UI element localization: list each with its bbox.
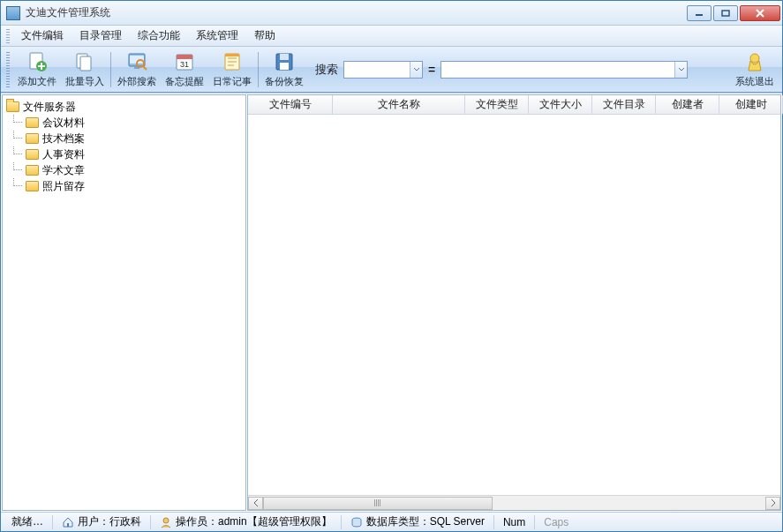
tree-node-label: 照片留存 <box>42 179 85 194</box>
backup-label: 备份恢复 <box>265 75 304 88</box>
folder-tree[interactable]: 文件服务器 会议材料技术档案人事资料学术文章照片留存 <box>2 94 246 511</box>
home-icon <box>62 516 74 528</box>
exit-label: 系统退出 <box>735 75 774 88</box>
search-field-dropdown[interactable] <box>343 61 423 79</box>
bulk-import-button[interactable]: 批量导入 <box>61 49 109 91</box>
scroll-right-button[interactable] <box>765 497 780 510</box>
status-db: 数据库类型：SQL Server <box>345 514 490 530</box>
add-file-label: 添加文件 <box>18 75 56 88</box>
tree-root-node[interactable]: 文件服务器 <box>4 99 244 115</box>
svg-rect-17 <box>280 63 289 70</box>
svg-rect-0 <box>696 14 703 16</box>
external-search-icon <box>125 50 148 73</box>
reminder-label: 备忘提醒 <box>165 75 204 88</box>
bulk-import-label: 批量导入 <box>65 75 104 88</box>
diary-button[interactable]: 日常记事 <box>208 49 256 91</box>
close-button[interactable] <box>740 5 780 21</box>
svg-rect-1 <box>722 11 729 16</box>
svg-rect-5 <box>80 56 91 71</box>
scroll-thumb[interactable] <box>263 497 493 510</box>
scroll-left-button[interactable] <box>248 497 263 510</box>
tree-node[interactable]: 人事资料 <box>4 146 244 162</box>
backup-button[interactable]: 备份恢复 <box>260 49 308 91</box>
menu-bar: 文件编辑目录管理综合功能系统管理帮助 <box>1 26 782 47</box>
column-header[interactable]: 文件名称 <box>333 95 465 114</box>
menu-grip <box>6 29 10 43</box>
toolbar: 添加文件 批量导入 外部搜索 31 备忘提醒 <box>1 47 782 93</box>
file-list: 文件编号文件名称文件类型文件大小文件目录创建者创建时 <box>247 94 781 511</box>
dropdown-arrow-icon <box>410 62 422 78</box>
column-header[interactable]: 创建者 <box>656 95 719 114</box>
external-search-button[interactable]: 外部搜索 <box>113 49 161 91</box>
add-file-icon <box>26 50 49 73</box>
svg-point-18 <box>750 54 759 63</box>
search-area: 搜索 = <box>315 61 688 79</box>
window-title: 文迪文件管理系统 <box>26 5 685 20</box>
minimize-icon <box>695 10 704 17</box>
search-value-input[interactable] <box>440 61 688 79</box>
tree-node-label: 学术文章 <box>42 163 85 178</box>
folder-icon <box>26 117 39 128</box>
reminder-icon: 31 <box>173 50 196 73</box>
folder-icon <box>26 133 39 144</box>
tree-node-label: 会议材料 <box>42 116 85 131</box>
folder-icon <box>26 165 39 176</box>
main-area: 文件服务器 会议材料技术档案人事资料学术文章照片留存 文件编号文件名称文件类型文… <box>1 93 782 512</box>
svg-rect-11 <box>177 55 192 59</box>
exit-icon <box>743 50 766 73</box>
status-ready: 就绪… <box>6 514 49 530</box>
app-icon <box>6 6 20 20</box>
svg-rect-19 <box>67 523 69 527</box>
menu-4[interactable]: 帮助 <box>246 26 283 46</box>
list-body[interactable] <box>248 115 780 495</box>
tree-node-label: 技术档案 <box>42 131 85 146</box>
search-label: 搜索 <box>315 62 338 78</box>
svg-text:31: 31 <box>180 60 189 69</box>
reminder-button[interactable]: 31 备忘提醒 <box>161 49 208 91</box>
horizontal-scrollbar[interactable] <box>248 495 780 510</box>
status-operator: 操作员：admin【超级管理权限】 <box>154 514 337 530</box>
column-header[interactable]: 创建时 <box>719 95 783 114</box>
column-header[interactable]: 文件编号 <box>248 95 333 114</box>
column-header[interactable]: 文件目录 <box>592 95 656 114</box>
minimize-button[interactable] <box>687 5 711 21</box>
add-file-button[interactable]: 添加文件 <box>13 49 61 91</box>
equals-label: = <box>428 63 435 77</box>
title-bar: 文迪文件管理系统 <box>1 1 782 26</box>
toolbar-separator <box>258 52 259 87</box>
tree-root-label: 文件服务器 <box>23 100 76 115</box>
dropdown-arrow-icon <box>674 62 687 78</box>
column-header[interactable]: 文件大小 <box>529 95 592 114</box>
status-user: 用户：行政科 <box>56 514 147 530</box>
folder-icon <box>26 181 39 191</box>
tree-node[interactable]: 学术文章 <box>4 162 244 178</box>
tree-node[interactable]: 会议材料 <box>4 115 244 131</box>
menu-2[interactable]: 综合功能 <box>130 26 188 46</box>
scroll-track[interactable] <box>263 497 765 510</box>
column-header[interactable]: 文件类型 <box>465 95 529 114</box>
external-search-label: 外部搜索 <box>117 75 156 88</box>
menu-0[interactable]: 文件编辑 <box>13 26 72 46</box>
tree-node[interactable]: 技术档案 <box>4 131 244 146</box>
menu-1[interactable]: 目录管理 <box>72 26 130 46</box>
tree-node-label: 人事资料 <box>42 147 85 162</box>
tree-node[interactable]: 照片留存 <box>4 178 244 194</box>
status-caps: Caps <box>538 514 574 530</box>
folder-open-icon <box>6 101 19 112</box>
toolbar-separator <box>110 52 111 87</box>
backup-icon <box>273 50 296 73</box>
database-icon <box>350 516 363 528</box>
toolbar-grip <box>6 52 10 87</box>
close-icon <box>755 9 765 18</box>
diary-label: 日常记事 <box>213 75 252 88</box>
bulk-import-icon <box>73 50 96 73</box>
exit-button[interactable]: 系统退出 <box>731 49 779 91</box>
status-bar: 就绪… 用户：行政科 操作员：admin【超级管理权限】 数据库类型：SQL S… <box>1 512 782 531</box>
maximize-button[interactable] <box>713 5 738 21</box>
menu-3[interactable]: 系统管理 <box>188 26 246 46</box>
app-window: 文迪文件管理系统 文件编辑目录管理综合功能系统管理帮助 添加文件 <box>0 0 783 532</box>
svg-rect-14 <box>225 54 239 56</box>
maximize-icon <box>721 10 730 17</box>
svg-rect-16 <box>280 54 289 60</box>
folder-icon <box>26 149 39 160</box>
